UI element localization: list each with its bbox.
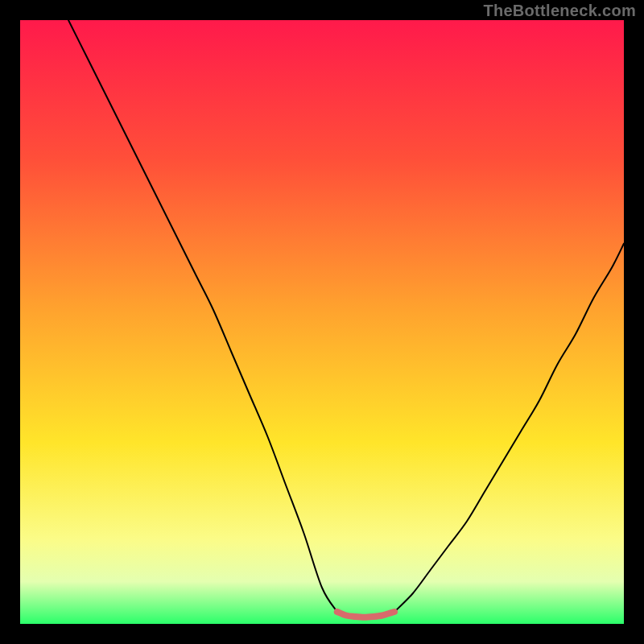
bottleneck-chart xyxy=(20,20,624,624)
chart-background xyxy=(20,20,624,624)
chart-svg xyxy=(20,20,624,624)
watermark-text: TheBottleneck.com xyxy=(483,2,636,20)
